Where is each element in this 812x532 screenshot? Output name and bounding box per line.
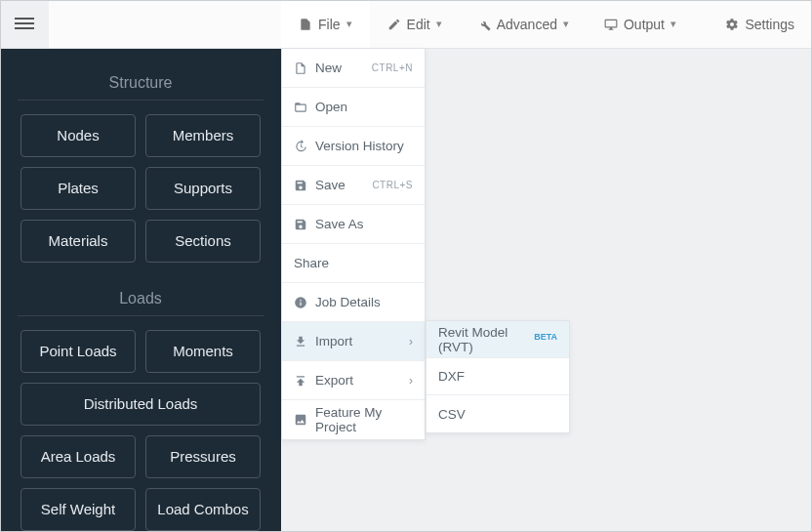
point-loads-button[interactable]: Point Loads [20, 330, 136, 373]
shortcut-label: CTRL+N [372, 62, 413, 73]
beta-badge: BETA [534, 332, 557, 342]
section-title-structure: Structure [18, 64, 264, 101]
moments-button[interactable]: Moments [145, 330, 261, 373]
file-menu-job-details[interactable]: Job Details [282, 283, 425, 322]
top-menu-bar: File ▾ Edit ▾ Advanced ▾ Output ▾ Settin… [0, 0, 812, 49]
file-menu-import[interactable]: Import › [282, 322, 425, 361]
section-title-loads: Loads [18, 280, 264, 316]
sidebar: Structure Nodes Members Plates Supports … [0, 49, 281, 532]
import-csv[interactable]: CSV [426, 395, 569, 432]
plates-button[interactable]: Plates [20, 167, 136, 210]
file-menu-version-history[interactable]: Version History [282, 127, 425, 166]
chevron-right-icon: › [409, 335, 413, 348]
topbar-spacer [49, 0, 281, 48]
menu-advanced-label: Advanced [497, 17, 557, 32]
supports-button[interactable]: Supports [145, 167, 261, 210]
file-dropdown: New CTRL+N Open Version History Save CTR… [281, 49, 426, 440]
materials-button[interactable]: Materials [20, 220, 136, 263]
chevron-right-icon: › [409, 374, 413, 388]
loads-buttons: Point Loads Moments Distributed Loads Ar… [18, 330, 264, 531]
import-submenu: Revit Model (RVT) BETA DXF CSV [426, 320, 570, 433]
file-menu-open[interactable]: Open [282, 88, 425, 127]
info-icon [294, 296, 307, 309]
menu-settings[interactable]: Settings [708, 0, 812, 48]
menu-edit[interactable]: Edit ▾ [370, 0, 460, 48]
image-icon [294, 413, 307, 427]
history-icon [294, 140, 307, 153]
export-icon [294, 374, 307, 388]
import-revit[interactable]: Revit Model (RVT) BETA [426, 321, 569, 358]
save-icon [294, 179, 307, 192]
self-weight-button[interactable]: Self Weight [20, 488, 136, 531]
shortcut-label: CTRL+S [372, 180, 413, 190]
monitor-icon [604, 18, 618, 31]
import-dxf[interactable]: DXF [426, 358, 569, 395]
file-icon [299, 18, 312, 31]
chevron-down-icon: ▾ [670, 18, 676, 30]
menu-edit-label: Edit [407, 17, 430, 32]
menu-output-label: Output [624, 17, 665, 32]
wrench-icon [477, 18, 491, 31]
load-combos-button[interactable]: Load Combos [145, 488, 261, 531]
file-menu-new[interactable]: New CTRL+N [282, 49, 425, 88]
menu-file-label: File [318, 17, 341, 32]
file-menu-save[interactable]: Save CTRL+S [282, 166, 425, 205]
file-menu-share[interactable]: Share [282, 244, 425, 283]
file-outline-icon [294, 61, 307, 75]
menu-advanced[interactable]: Advanced ▾ [460, 0, 587, 48]
menu-output[interactable]: Output ▾ [587, 0, 694, 48]
nodes-button[interactable]: Nodes [20, 114, 136, 157]
file-menu-feature-my-project[interactable]: Feature My Project [282, 400, 425, 439]
chevron-down-icon: ▾ [346, 18, 352, 30]
folder-open-icon [294, 101, 307, 114]
structure-buttons: Nodes Members Plates Supports Materials … [18, 114, 264, 263]
file-menu-save-as[interactable]: Save As [282, 205, 425, 244]
gear-icon [725, 18, 739, 31]
pressures-button[interactable]: Pressures [145, 435, 261, 478]
top-menu-items: File ▾ Edit ▾ Advanced ▾ Output ▾ Settin… [281, 0, 812, 48]
save-as-icon [294, 218, 307, 231]
menu-settings-label: Settings [745, 17, 794, 32]
chevron-down-icon: ▾ [436, 18, 442, 30]
menu-file[interactable]: File ▾ [281, 0, 370, 48]
distributed-loads-button[interactable]: Distributed Loads [20, 383, 261, 426]
chevron-down-icon: ▾ [563, 18, 569, 30]
hamburger-wrap [0, 0, 49, 48]
pencil-icon [387, 18, 401, 31]
hamburger-menu-button[interactable] [15, 15, 34, 32]
import-icon [294, 335, 307, 348]
members-button[interactable]: Members [145, 114, 261, 157]
area-loads-button[interactable]: Area Loads [20, 435, 136, 478]
sections-button[interactable]: Sections [145, 220, 261, 263]
file-menu-export[interactable]: Export › [282, 361, 425, 400]
